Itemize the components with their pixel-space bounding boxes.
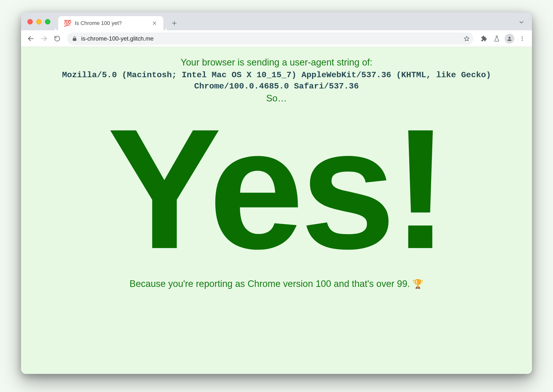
labs-icon[interactable]	[491, 33, 503, 44]
profile-button[interactable]	[504, 33, 515, 44]
svg-point-3	[522, 40, 523, 41]
tab-title: Is Chrome 100 yet?	[75, 20, 149, 26]
extensions-icon[interactable]	[478, 33, 490, 44]
trophy-icon: 🏆	[412, 279, 423, 289]
avatar-icon	[505, 34, 514, 44]
tab-strip: 💯 Is Chrome 100 yet?	[21, 12, 532, 30]
reason-label: Because you're reporting as Chrome versi…	[130, 279, 412, 289]
toolbar-right	[478, 33, 528, 44]
page-content: Your browser is sending a user-agent str…	[21, 47, 532, 374]
reason-text: Because you're reporting as Chrome versi…	[31, 279, 522, 289]
tabs-area: 💯 Is Chrome 100 yet?	[58, 12, 180, 30]
url-text: is-chrome-100-yet.glitch.me	[81, 35, 460, 42]
reload-button[interactable]	[51, 33, 63, 44]
back-button[interactable]	[25, 33, 37, 44]
address-bar[interactable]: is-chrome-100-yet.glitch.me	[67, 33, 473, 45]
browser-tab[interactable]: 💯 Is Chrome 100 yet?	[58, 16, 163, 30]
tab-close-icon[interactable]	[152, 21, 159, 26]
new-tab-button[interactable]	[169, 18, 180, 29]
svg-point-0	[509, 37, 510, 39]
tab-favicon-icon: 💯	[64, 20, 71, 26]
toolbar: is-chrome-100-yet.glitch.me	[21, 30, 532, 47]
forward-button[interactable]	[38, 33, 50, 44]
intro-text: Your browser is sending a user-agent str…	[31, 57, 522, 68]
window-maximize-button[interactable]	[45, 19, 50, 24]
tab-overflow-icon[interactable]	[518, 19, 525, 25]
window-close-button[interactable]	[27, 19, 33, 24]
bookmark-icon[interactable]	[464, 35, 470, 42]
lock-icon	[72, 36, 77, 41]
window-minimize-button[interactable]	[36, 19, 42, 24]
kebab-menu-icon[interactable]	[516, 33, 528, 44]
user-agent-string: Mozilla/5.0 (Macintosh; Intel Mac OS X 1…	[31, 70, 522, 92]
answer-text: Yes!	[31, 113, 522, 264]
browser-window: 💯 Is Chrome 100 yet?	[21, 12, 532, 374]
traffic-lights	[27, 19, 50, 24]
svg-point-1	[522, 36, 523, 37]
svg-point-2	[522, 38, 523, 39]
